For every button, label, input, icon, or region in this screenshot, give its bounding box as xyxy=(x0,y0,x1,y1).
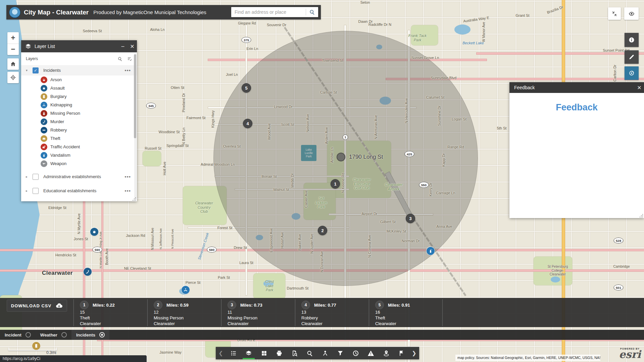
draw-button[interactable] xyxy=(625,50,639,64)
layer-item-icon xyxy=(41,127,47,134)
layer-list-header: Layer List – ✕ xyxy=(21,40,137,52)
layer-filter-icon[interactable] xyxy=(127,56,132,61)
result-card[interactable]: 2 Miles: 0.59 12 Missing Person Clearwat… xyxy=(147,299,221,326)
layer-item-icon xyxy=(41,160,47,167)
eye-icon xyxy=(629,11,635,17)
result-card[interactable]: 1 Miles: 0.22 15 Theft Clearwater xyxy=(73,299,147,326)
layer-group-administrative-establishments[interactable]: ▸ Administrative establishments ••• xyxy=(21,171,137,182)
toolbar-button-print[interactable] xyxy=(273,347,286,359)
toolbar-button-query[interactable] xyxy=(288,347,301,359)
incident-marker-assault[interactable] xyxy=(90,228,98,236)
layer-item-label: Robbery xyxy=(50,127,67,133)
layer-menu-button[interactable]: ••• xyxy=(125,174,131,179)
incident-marker-vandalism[interactable] xyxy=(427,247,435,255)
toolbar-button-legend[interactable] xyxy=(227,347,240,359)
tab-radio-icon[interactable] xyxy=(26,332,31,338)
widget-tab-weather[interactable]: Weather xyxy=(36,330,71,340)
result-card[interactable]: 4 Miles: 0.77 13 Robbery Clearwater xyxy=(295,299,369,326)
incident-marker-murder[interactable] xyxy=(84,268,92,276)
result-number-marker[interactable]: 4 xyxy=(243,119,252,128)
layer-item-kidnapping[interactable]: Kidnapping xyxy=(21,101,137,109)
download-csv-button[interactable]: DOWNLOAD CSV xyxy=(7,300,67,312)
toolbar-button-near-me[interactable] xyxy=(318,347,332,359)
chevron-down-icon[interactable]: ▾ xyxy=(26,68,31,72)
situation-awareness-button[interactable] xyxy=(625,66,639,80)
layer-group-label: Incidents xyxy=(43,68,125,73)
minimize-panel-button[interactable]: – xyxy=(118,40,128,52)
layer-item-burglary[interactable]: Burglary xyxy=(21,92,137,101)
result-number-marker[interactable]: 2 xyxy=(318,226,327,235)
layer-menu-button[interactable]: ••• xyxy=(125,67,131,73)
layer-item-robbery[interactable]: Robbery xyxy=(21,126,137,134)
result-city: Clearwater xyxy=(154,321,221,326)
route-shield: 345 xyxy=(146,103,156,109)
result-card[interactable]: 3 Miles: 0.73 11 Missing Person Clearwat… xyxy=(221,299,295,326)
layer-item-arson[interactable]: Arson xyxy=(21,75,137,84)
layer-item-theft[interactable]: Theft xyxy=(21,134,137,143)
layer-item-missing-person[interactable]: Missing Person xyxy=(21,109,137,117)
tab-radio-icon[interactable] xyxy=(61,332,67,338)
layer-item-traffic-accident[interactable]: Traffic Accident xyxy=(21,143,137,151)
widget-tab-incidents[interactable]: Incidents xyxy=(71,330,109,340)
result-city: Clearwater xyxy=(301,321,369,326)
result-number-marker[interactable]: 1 xyxy=(331,179,340,189)
toolbar-next-button[interactable]: ❯ xyxy=(409,350,419,356)
layer-checkbox[interactable] xyxy=(33,174,39,180)
result-count: 15 xyxy=(80,310,147,315)
visibility-button[interactable] xyxy=(624,7,639,20)
collapse-arrows-icon xyxy=(611,11,617,17)
layer-checkbox[interactable] xyxy=(33,188,39,194)
scrollbar-thumb[interactable] xyxy=(134,54,136,138)
route-shield: 528 xyxy=(614,238,624,244)
layer-menu-button[interactable]: ••• xyxy=(125,188,131,194)
toolbar-button-bookmark[interactable] xyxy=(395,347,408,359)
scrollbar-track[interactable] xyxy=(134,53,137,199)
layer-item-murder[interactable]: Murder xyxy=(21,117,137,126)
toolbar-button-situation-awareness[interactable] xyxy=(380,347,393,359)
chevron-right-icon[interactable]: ▸ xyxy=(26,189,31,193)
layer-item-weapon[interactable]: Weapon xyxy=(21,159,137,168)
result-type: Theft xyxy=(375,315,442,321)
result-number-marker[interactable]: 3 xyxy=(406,214,415,223)
layer-search-icon[interactable] xyxy=(117,56,122,61)
info-button[interactable] xyxy=(625,33,639,47)
pond xyxy=(551,276,560,282)
incident-marker-icon xyxy=(428,249,433,253)
toolbar-button-layers[interactable] xyxy=(242,347,255,359)
widget-tab-incident[interactable]: Incident xyxy=(0,330,36,340)
locate-button[interactable] xyxy=(7,72,19,83)
chevron-right-icon[interactable]: ▸ xyxy=(26,175,31,178)
incident-marker-kidnapping[interactable] xyxy=(182,286,190,294)
close-panel-button[interactable]: ✕ xyxy=(128,40,137,52)
incidents-checkbox[interactable] xyxy=(33,67,39,73)
layer-item-assault[interactable]: Assault xyxy=(21,84,137,92)
layer-item-vandalism[interactable]: Vandalism xyxy=(21,151,137,159)
layer-group-educational-establishments[interactable]: ▸ Educational establishments ••• xyxy=(21,186,137,196)
toolbar-button-search[interactable] xyxy=(303,347,316,359)
resize-handle[interactable] xyxy=(133,197,136,201)
toolbar-button-incident-analysis[interactable] xyxy=(364,347,378,359)
collapse-button[interactable] xyxy=(608,7,621,20)
close-panel-button[interactable]: ✕ xyxy=(635,82,644,94)
tab-radio-icon[interactable] xyxy=(99,332,105,338)
home-button[interactable] xyxy=(7,58,19,70)
address-point-marker[interactable] xyxy=(337,153,345,161)
result-number-marker[interactable]: 5 xyxy=(242,83,251,93)
route-shield: 1 xyxy=(343,135,348,140)
toolbar-prev-button[interactable]: ❮ xyxy=(216,350,226,356)
layer-list-panel: Layer List – ✕ Layers ▾ Incidents ••• Ar… xyxy=(21,40,137,201)
layer-group-incidents[interactable]: ▾ Incidents ••• xyxy=(21,65,137,75)
zoom-out-button[interactable]: − xyxy=(7,44,19,55)
layer-group-label: Administrative establishments xyxy=(43,174,125,179)
app-subtitle: Produced by MagneticOne Municipal Techno… xyxy=(93,9,206,15)
zoom-in-button[interactable]: + xyxy=(7,32,19,44)
search-input[interactable] xyxy=(231,9,306,15)
resize-handle[interactable] xyxy=(640,214,643,217)
result-card[interactable]: 5 Miles: 0.91 16 Theft Clearwater xyxy=(369,299,443,326)
route-shield: 375 xyxy=(242,37,251,43)
incident-marker-icon xyxy=(85,269,90,274)
toolbar-button-filter[interactable] xyxy=(334,347,347,359)
search-button[interactable] xyxy=(306,7,318,17)
toolbar-button-basemap-gallery[interactable] xyxy=(257,347,271,359)
toolbar-button-time-slider[interactable] xyxy=(349,347,362,359)
